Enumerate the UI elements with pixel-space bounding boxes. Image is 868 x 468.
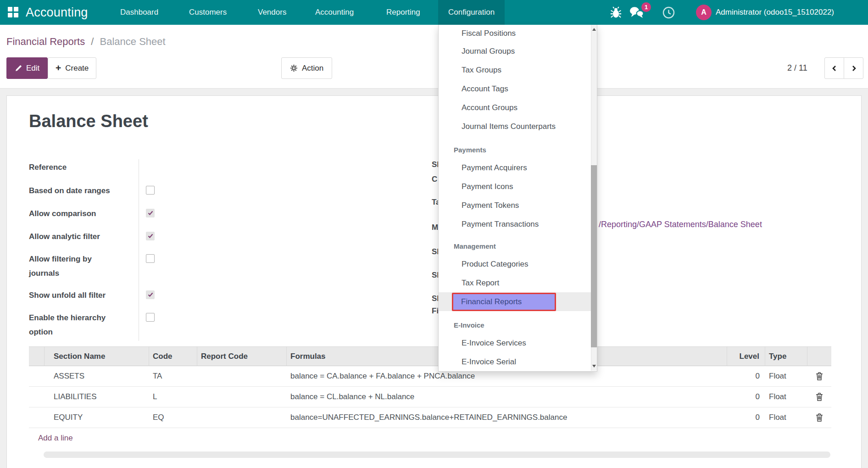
report-lines-table: Section Name Code Report Code Formulas L… bbox=[29, 346, 831, 448]
dropdown-section-payments: Payments bbox=[439, 136, 597, 158]
nav-item-dashboard[interactable]: Dashboard bbox=[110, 0, 168, 25]
trash-icon bbox=[816, 413, 823, 422]
dropdown-item-e-invoice-serial[interactable]: E-Invoice Serial bbox=[439, 352, 597, 371]
dropdown-item-tax-groups[interactable]: Tax Groups bbox=[439, 61, 597, 79]
nav-item-configuration[interactable]: Configuration bbox=[438, 0, 505, 25]
right-label-fragment-2: C bbox=[432, 175, 438, 184]
dropdown-scrollbar[interactable] bbox=[591, 25, 597, 371]
delete-row-button[interactable] bbox=[807, 366, 831, 387]
debug-bug-icon[interactable] bbox=[610, 0, 622, 25]
pager-previous-button[interactable] bbox=[824, 57, 844, 79]
horizontal-scrollbar[interactable] bbox=[44, 451, 830, 458]
breadcrumb-financial-reports[interactable]: Financial Reports bbox=[6, 36, 85, 47]
delete-row-button[interactable] bbox=[807, 387, 831, 407]
dropdown-item-payment-acquirers[interactable]: Payment Acquirers bbox=[439, 158, 597, 177]
checkbox-allow-filtering-by-journals[interactable] bbox=[146, 254, 155, 263]
field-label-based-on-date-ranges: Based on date ranges bbox=[29, 184, 124, 198]
field-label-allow-comparison: Allow comparison bbox=[29, 206, 124, 221]
user-menu[interactable]: Administrator (odoo15_15102022) bbox=[716, 0, 834, 25]
cell-code[interactable]: EQ bbox=[149, 407, 197, 428]
dropdown-item-payment-tokens[interactable]: Payment Tokens bbox=[439, 196, 597, 215]
edit-button[interactable]: Edit bbox=[6, 57, 48, 79]
nav-item-customers[interactable]: Customers bbox=[179, 0, 237, 25]
checkbox-based-on-date-ranges[interactable] bbox=[146, 186, 155, 195]
table-header-type[interactable]: Type bbox=[765, 346, 807, 366]
dropdown-item-journal-items-counterparts[interactable]: Journal Items Counterparts bbox=[439, 117, 597, 136]
control-panel bbox=[0, 25, 868, 89]
field-label-allow-filtering-by-journals: Allow filtering by journals bbox=[29, 252, 124, 280]
trash-icon bbox=[816, 393, 823, 401]
gear-icon bbox=[290, 64, 298, 72]
action-menu-button[interactable]: Action bbox=[281, 57, 332, 79]
configuration-dropdown-menu: Fiscal Positions Journal Groups Tax Grou… bbox=[438, 25, 597, 372]
cell-level[interactable]: 0 bbox=[727, 407, 765, 428]
nav-item-reporting[interactable]: Reporting bbox=[376, 0, 430, 25]
cell-code[interactable]: L bbox=[149, 387, 197, 407]
dropdown-item-payment-transactions[interactable]: Payment Transactions bbox=[439, 215, 597, 234]
cell-type[interactable]: Float bbox=[765, 407, 807, 428]
cell-type[interactable]: Float bbox=[765, 387, 807, 407]
app-name[interactable]: Accounting bbox=[26, 0, 88, 25]
dropdown-item-journal-groups[interactable]: Journal Groups bbox=[439, 42, 597, 61]
cell-report-code[interactable] bbox=[197, 387, 287, 407]
row-handle[interactable] bbox=[29, 407, 45, 428]
cell-type[interactable]: Float bbox=[765, 366, 807, 387]
cell-formulas[interactable]: balance=UNAFFECTED_EARNINGS.balance+RETA… bbox=[287, 407, 727, 428]
plus-icon: + bbox=[56, 63, 61, 72]
add-a-line-link[interactable]: Add a line bbox=[38, 434, 73, 443]
dropdown-item-fiscal-positions[interactable]: Fiscal Positions bbox=[439, 25, 597, 42]
checkbox-enable-hierarchy-option[interactable] bbox=[146, 313, 155, 322]
table-header-code[interactable]: Code bbox=[149, 346, 197, 366]
dropdown-item-e-invoice-services[interactable]: E-Invoice Services bbox=[439, 334, 597, 352]
dropdown-item-account-tags[interactable]: Account Tags bbox=[439, 79, 597, 98]
row-handle[interactable] bbox=[29, 366, 45, 387]
table-header-report-code[interactable]: Report Code bbox=[197, 346, 287, 366]
cell-report-code[interactable] bbox=[197, 407, 287, 428]
edit-button-label: Edit bbox=[26, 64, 39, 73]
pencil-icon bbox=[15, 65, 22, 72]
activities-clock-icon[interactable] bbox=[662, 0, 675, 25]
right-label-fragment-3: Ta bbox=[432, 198, 438, 207]
dropdown-item-product-categories[interactable]: Product Categories bbox=[439, 255, 597, 273]
create-button[interactable]: + Create bbox=[48, 57, 96, 79]
cell-section-name[interactable]: EQUITY bbox=[45, 407, 149, 428]
user-avatar[interactable]: A bbox=[696, 5, 712, 20]
right-label-fragment-7: Sh bbox=[432, 294, 438, 303]
cell-code[interactable]: TA bbox=[149, 366, 197, 387]
delete-row-button[interactable] bbox=[807, 407, 831, 428]
add-line-row: Add a line bbox=[29, 428, 831, 448]
checkbox-allow-comparison[interactable] bbox=[146, 209, 155, 217]
dropdown-scrollbar-thumb[interactable] bbox=[591, 165, 597, 347]
dropdown-item-account-groups[interactable]: Account Groups bbox=[439, 98, 597, 117]
row-handle[interactable] bbox=[29, 387, 45, 407]
table-header-level[interactable]: Level bbox=[727, 346, 765, 366]
apps-grid-icon[interactable] bbox=[8, 7, 18, 17]
cell-section-name[interactable]: ASSETS bbox=[45, 366, 149, 387]
menu-item-path-link[interactable]: /Reporting/GAAP Statements/Balance Sheet bbox=[599, 220, 762, 229]
cell-report-code[interactable] bbox=[197, 366, 287, 387]
trash-icon bbox=[816, 372, 823, 380]
dropdown-section-e-invoice: E-Invoice bbox=[439, 311, 597, 334]
pager-value[interactable]: 2 / 11 bbox=[787, 57, 807, 79]
nav-item-accounting[interactable]: Accounting bbox=[305, 0, 364, 25]
chevron-right-icon bbox=[850, 64, 858, 72]
cell-formulas[interactable]: balance = CL.balance + NL.balance bbox=[287, 387, 727, 407]
dropdown-item-payment-icons[interactable]: Payment Icons bbox=[439, 177, 597, 196]
scroll-down-icon[interactable] bbox=[592, 365, 596, 368]
cell-level[interactable]: 0 bbox=[727, 387, 765, 407]
dropdown-item-tax-report[interactable]: Tax Report bbox=[439, 273, 597, 292]
cell-level[interactable]: 0 bbox=[727, 366, 765, 387]
checkbox-allow-analytic-filter[interactable] bbox=[146, 232, 155, 240]
checkbox-show-unfold-all-filter[interactable] bbox=[146, 290, 155, 299]
create-button-label: Create bbox=[65, 64, 89, 73]
table-header-section-name[interactable]: Section Name bbox=[45, 346, 149, 366]
action-button-label: Action bbox=[302, 64, 323, 73]
cell-section-name[interactable]: LIABILITIES bbox=[45, 387, 149, 407]
scroll-up-icon[interactable] bbox=[592, 28, 596, 31]
pager-next-button[interactable] bbox=[844, 57, 863, 79]
nav-item-vendors[interactable]: Vendors bbox=[248, 0, 296, 25]
dropdown-section-management: Management bbox=[439, 234, 597, 255]
breadcrumb: Financial Reports / Balance Sheet bbox=[6, 36, 166, 48]
dropdown-item-financial-reports[interactable]: Financial Reports bbox=[439, 292, 597, 311]
table-header-actions bbox=[807, 346, 831, 366]
